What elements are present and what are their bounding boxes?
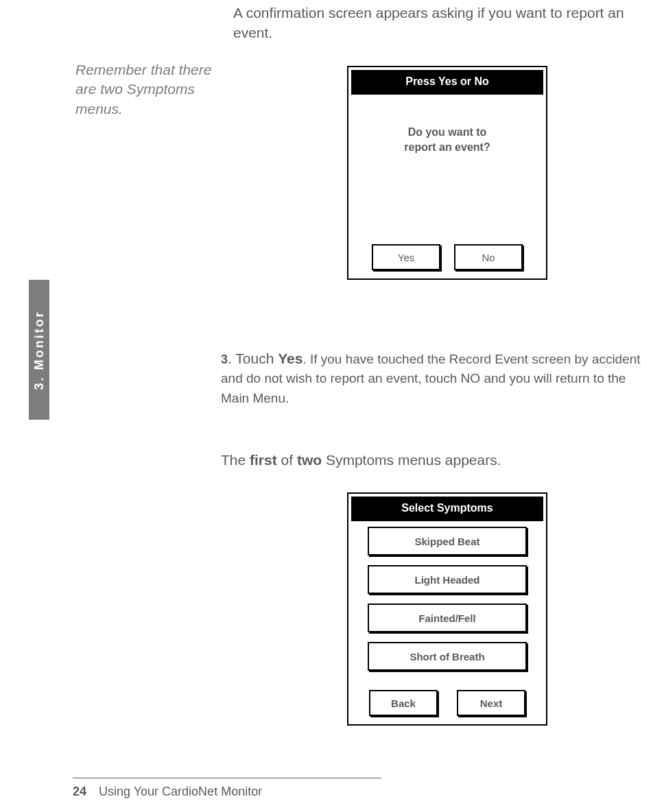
- p2-post: Symptoms menus appears.: [322, 452, 501, 468]
- symptom-list: Skipped Beat Light Headed Fainted/Fell S…: [348, 524, 546, 671]
- symptom-fainted-fell[interactable]: Fainted/Fell: [368, 604, 527, 632]
- symptoms-nav-row: Back Next: [348, 690, 546, 716]
- p2-first: first: [250, 452, 277, 468]
- symptom-short-of-breath[interactable]: Short of Breath: [368, 642, 527, 671]
- back-button[interactable]: Back: [369, 690, 438, 716]
- chapter-side-tab-label: 3. Monitor: [32, 310, 47, 390]
- confirmation-button-row: Yes No: [348, 244, 546, 270]
- step-lead: . Touch: [228, 350, 278, 366]
- step-3-paragraph: 3. Touch Yes. If you have touched the Re…: [221, 349, 653, 407]
- symptom-light-headed[interactable]: Light Headed: [368, 565, 527, 594]
- confirmation-prompt-line1: Do you want to: [408, 126, 487, 138]
- intro-paragraph: A confirmation screen appears asking if …: [233, 3, 638, 43]
- p2-mid: of: [277, 452, 297, 468]
- footer-rule: [73, 778, 381, 778]
- p2-two: two: [297, 452, 322, 468]
- symptom-skipped-beat[interactable]: Skipped Beat: [368, 527, 527, 556]
- yes-button[interactable]: Yes: [372, 244, 440, 270]
- page-number: 24: [73, 785, 86, 798]
- page-footer: 24Using Your CardioNet Monitor: [73, 785, 262, 799]
- next-button[interactable]: Next: [457, 690, 525, 716]
- margin-note: Remember that there are two Symptoms men…: [75, 60, 213, 119]
- symptoms-screen-title: Select Symptoms: [351, 497, 543, 521]
- symptoms-screen: Select Symptoms Skipped Beat Light Heade…: [347, 492, 547, 726]
- chapter-side-tab: 3. Monitor: [29, 280, 49, 420]
- confirmation-screen-title: Press Yes or No: [351, 70, 543, 95]
- p2-pre: The: [221, 452, 250, 468]
- no-button[interactable]: No: [454, 244, 523, 270]
- symptoms-intro-paragraph: The first of two Symptoms menus appears.: [221, 452, 653, 468]
- step-yes-bold: Yes: [278, 350, 303, 366]
- footer-title: Using Your CardioNet Monitor: [99, 785, 262, 798]
- confirmation-prompt-line2: report an event?: [404, 141, 490, 153]
- step-number: 3: [221, 353, 228, 366]
- confirmation-screen: Press Yes or No Do you want to report an…: [347, 66, 547, 280]
- confirmation-prompt: Do you want to report an event?: [348, 125, 546, 154]
